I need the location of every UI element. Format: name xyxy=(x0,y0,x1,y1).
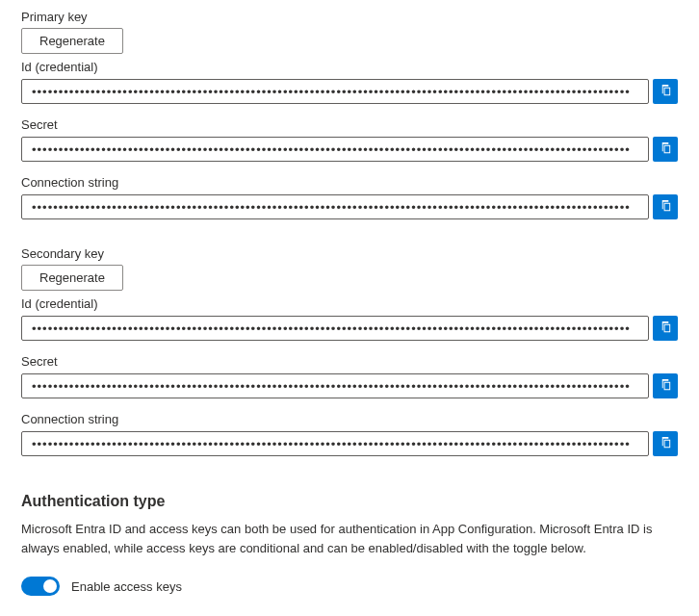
copy-icon xyxy=(659,435,673,452)
secondary-secret-field: Secret xyxy=(21,354,678,398)
secondary-id-copy-button[interactable] xyxy=(653,316,678,341)
primary-key-section: Primary key Regenerate Id (credential) S… xyxy=(21,10,678,219)
auth-type-section: Authentication type Microsoft Entra ID a… xyxy=(21,493,678,596)
primary-conn-copy-button[interactable] xyxy=(653,194,678,219)
secondary-conn-input[interactable] xyxy=(21,431,649,456)
primary-conn-input[interactable] xyxy=(21,194,649,219)
secondary-secret-copy-button[interactable] xyxy=(653,373,678,398)
auth-description: Microsoft Entra ID and access keys can b… xyxy=(21,520,678,557)
secondary-secret-input[interactable] xyxy=(21,373,649,398)
enable-access-keys-row: Enable access keys xyxy=(21,577,678,596)
primary-secret-label: Secret xyxy=(21,117,678,132)
toggle-knob xyxy=(43,579,57,593)
secondary-conn-label: Connection string xyxy=(21,412,678,426)
secondary-conn-field: Connection string xyxy=(21,412,678,456)
enable-access-keys-toggle[interactable] xyxy=(21,577,60,596)
secondary-key-section: Secondary key Regenerate Id (credential)… xyxy=(21,246,678,456)
primary-secret-field: Secret xyxy=(21,117,678,162)
primary-id-input[interactable] xyxy=(21,79,649,104)
primary-key-title: Primary key xyxy=(21,10,678,24)
copy-icon xyxy=(659,198,673,216)
copy-icon xyxy=(659,320,673,337)
primary-conn-label: Connection string xyxy=(21,175,678,190)
copy-icon xyxy=(659,377,673,395)
primary-secret-copy-button[interactable] xyxy=(653,137,678,162)
secondary-id-field: Id (credential) xyxy=(21,296,678,341)
primary-id-label: Id (credential) xyxy=(21,60,678,74)
secondary-id-input[interactable] xyxy=(21,316,649,341)
primary-id-copy-button[interactable] xyxy=(653,79,678,104)
secondary-regenerate-button[interactable]: Regenerate xyxy=(21,265,123,291)
primary-conn-field: Connection string xyxy=(21,175,678,219)
secondary-id-label: Id (credential) xyxy=(21,296,678,311)
primary-id-field: Id (credential) xyxy=(21,60,678,104)
secondary-secret-label: Secret xyxy=(21,354,678,369)
auth-heading: Authentication type xyxy=(21,493,678,510)
copy-icon xyxy=(659,141,673,158)
secondary-conn-copy-button[interactable] xyxy=(653,431,678,456)
primary-secret-input[interactable] xyxy=(21,137,649,162)
enable-access-keys-label: Enable access keys xyxy=(71,579,182,594)
secondary-key-title: Secondary key xyxy=(21,246,678,261)
primary-regenerate-button[interactable]: Regenerate xyxy=(21,28,123,54)
copy-icon xyxy=(659,83,673,100)
